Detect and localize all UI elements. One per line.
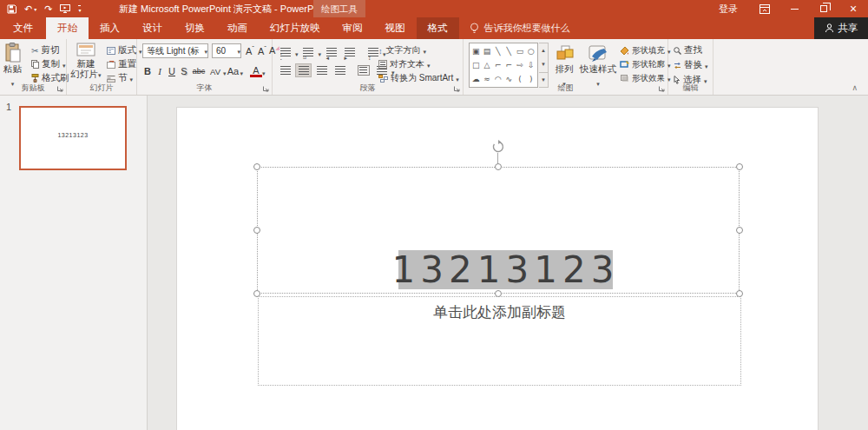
text-shadow-button[interactable]: S	[178, 66, 190, 76]
grow-font-button[interactable]: A	[244, 44, 256, 56]
rotate-handle-icon[interactable]	[491, 140, 505, 154]
text-direction-button[interactable]: 文字方向	[377, 43, 461, 57]
font-dialog-launcher-icon[interactable]	[262, 85, 270, 93]
shape-right-arrow-icon[interactable]: ⇨	[515, 58, 526, 72]
shape-oval-icon[interactable]: ○	[525, 44, 536, 58]
increase-indent-button[interactable]	[341, 45, 358, 59]
close-button[interactable]: ×	[838, 0, 868, 17]
collapse-ribbon-icon[interactable]: ∧	[852, 83, 858, 92]
handle-top-middle[interactable]	[495, 163, 502, 170]
handle-middle-left[interactable]	[253, 227, 260, 234]
justify-button[interactable]	[332, 63, 348, 77]
slide-thumbnail-panel[interactable]: 1 13213123	[0, 96, 148, 430]
slide-canvas[interactable]: 13213123 单击此处添加副标题	[176, 107, 819, 430]
tab-design[interactable]: 设计	[131, 17, 174, 39]
shape-arrow-line-icon[interactable]: ╲	[503, 44, 515, 58]
tab-format[interactable]: 格式	[417, 17, 459, 39]
find-button[interactable]: 查找	[672, 43, 710, 57]
save-icon[interactable]	[7, 4, 16, 14]
copy-dropdown-icon[interactable]	[62, 59, 66, 69]
slide-title-text[interactable]: 13213123	[392, 248, 620, 291]
customize-qat-icon[interactable]: ▾	[78, 5, 81, 13]
signin-button[interactable]: 登录	[707, 3, 750, 16]
title-text-selection[interactable]: 13213123	[398, 250, 613, 289]
tab-home[interactable]: 开始	[46, 17, 89, 39]
replace-button[interactable]: 替换	[672, 58, 710, 72]
handle-middle-right[interactable]	[736, 227, 743, 234]
bullets-dropdown-icon[interactable]	[295, 44, 299, 60]
tab-transitions[interactable]: 切换	[174, 17, 216, 39]
shape-rounded-rect-icon[interactable]: □	[470, 58, 482, 72]
font-name-combo[interactable]: 等线 Light (标	[142, 43, 208, 58]
font-size-dropdown-icon[interactable]	[237, 46, 240, 56]
shape-elbow-arrow-icon[interactable]: ⌐	[503, 58, 515, 72]
numbering-dropdown-icon[interactable]	[319, 44, 322, 60]
shapes-scroll-up-icon[interactable]: ▲	[539, 43, 548, 57]
shrink-font-button[interactable]: A	[256, 44, 268, 56]
drawing-dialog-launcher-icon[interactable]	[658, 85, 666, 93]
columns-button[interactable]	[355, 63, 372, 77]
align-left-button[interactable]	[277, 63, 293, 77]
bullets-button[interactable]	[277, 45, 293, 59]
align-right-button[interactable]	[313, 63, 330, 77]
shape-vertical-textbox-icon[interactable]: ▤	[482, 44, 493, 58]
italic-button[interactable]: I	[154, 66, 166, 76]
shape-outline-button[interactable]: 形状轮廓	[618, 57, 673, 71]
replace-icon	[674, 62, 681, 69]
text-direction-dropdown-icon[interactable]	[424, 46, 427, 56]
font-size-combo[interactable]: 60	[212, 43, 241, 58]
clipboard-dialog-launcher-icon[interactable]	[56, 85, 64, 93]
share-button[interactable]: 共享	[814, 17, 868, 39]
shape-down-arrow-icon[interactable]: ⇩	[525, 58, 536, 72]
font-name-dropdown-icon[interactable]	[204, 46, 207, 56]
underline-button[interactable]: U	[166, 66, 178, 76]
slide-thumbnail-1[interactable]: 13213123	[19, 106, 127, 170]
tab-review[interactable]: 审阅	[332, 17, 374, 39]
font-color-button[interactable]: A	[250, 66, 262, 77]
cut-button[interactable]: ✂剪切	[30, 43, 71, 57]
undo-icon[interactable]: ↶▾	[24, 3, 36, 15]
start-slideshow-icon[interactable]	[60, 4, 70, 14]
handle-top-left[interactable]	[253, 163, 260, 170]
new-slide-dropdown-icon[interactable]	[98, 69, 102, 79]
tab-insert[interactable]: 插入	[89, 17, 131, 39]
convert-smartart-dropdown-icon[interactable]	[456, 74, 459, 83]
copy-button[interactable]: 复制	[30, 57, 71, 71]
tab-view[interactable]: 视图	[374, 17, 417, 39]
minimize-button[interactable]	[779, 0, 809, 17]
shape-triangle-icon[interactable]: △	[482, 58, 493, 72]
shape-line-icon[interactable]: ╲	[492, 44, 503, 58]
restore-button[interactable]	[809, 0, 838, 17]
undo-dropdown-icon[interactable]: ▾	[34, 6, 36, 12]
subtitle-placeholder-text[interactable]: 单击此处添加副标题	[259, 302, 740, 322]
tab-animations[interactable]: 动画	[216, 17, 259, 39]
tellme-box[interactable]: 告诉我你想要做什么	[459, 17, 581, 39]
paragraph-dialog-launcher-icon[interactable]	[453, 85, 461, 93]
align-text-button[interactable]: 对齐文本	[377, 57, 461, 71]
numbering-button[interactable]	[300, 45, 317, 59]
shape-fill-label: 形状填充	[632, 45, 665, 56]
handle-top-right[interactable]	[736, 163, 743, 170]
bold-button[interactable]: B	[141, 66, 154, 76]
align-text-dropdown-icon[interactable]	[427, 60, 431, 69]
replace-dropdown-icon[interactable]	[705, 60, 708, 70]
font-color-dropdown-icon[interactable]	[262, 63, 266, 79]
align-center-button[interactable]	[295, 63, 312, 77]
shape-textbox-icon[interactable]: ▣	[470, 44, 482, 58]
character-spacing-button[interactable]: AV	[207, 67, 223, 76]
change-case-dropdown-icon[interactable]	[240, 63, 244, 79]
subtitle-placeholder-box[interactable]: 单击此处添加副标题	[258, 296, 741, 386]
shape-rectangle-icon[interactable]: ▭	[515, 44, 526, 58]
new-slide-button[interactable]: 新建 幻灯片	[69, 39, 103, 81]
redo-icon[interactable]: ↷	[44, 3, 52, 15]
tab-file[interactable]: 文件	[0, 17, 46, 39]
shapes-scroll-down-icon[interactable]: ▼	[539, 57, 548, 71]
shape-elbow-connector-icon[interactable]: ⌐	[492, 58, 503, 72]
decrease-indent-button[interactable]	[323, 45, 339, 59]
tab-slideshow[interactable]: 幻灯片放映	[259, 17, 332, 39]
shape-fill-button[interactable]: 形状填充	[618, 43, 673, 57]
strikethrough-button[interactable]: abc	[190, 67, 207, 76]
change-case-button[interactable]: Aa	[227, 66, 240, 76]
quick-access-toolbar: ↶▾ ↷ ▾	[7, 0, 81, 17]
ribbon-display-options-icon[interactable]	[750, 0, 779, 17]
